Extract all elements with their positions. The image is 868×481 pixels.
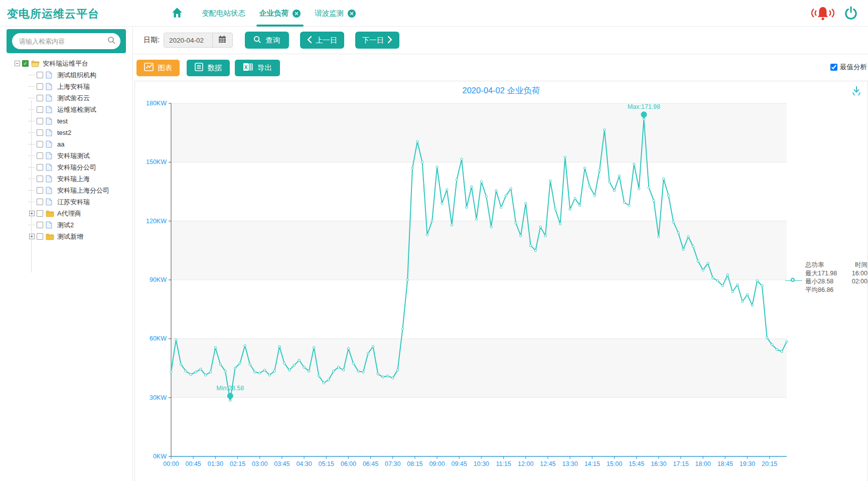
tree-node-5[interactable]: test2 [0,127,133,138]
tree-node-label[interactable]: 安科瑞上海 [57,175,90,184]
home-icon [171,6,184,21]
tree-checkbox[interactable] [37,129,43,136]
load-curve-chart[interactable]: 0KW30KW60KW90KW120KW150KW180KW00:0000:45… [135,81,867,481]
file-icon [46,94,54,102]
svg-text:03:45: 03:45 [274,460,290,467]
tab-1[interactable]: 企业负荷 [252,0,308,27]
tab-0[interactable]: 变配电站状态 [195,0,252,27]
tree-node-11[interactable]: 江苏安科瑞 [0,196,133,208]
folder-open-icon [31,60,40,67]
tree-checkbox[interactable] [37,164,43,171]
svg-text:09:00: 09:00 [429,460,445,467]
home-button[interactable] [169,5,186,22]
tree-node-label[interactable]: test [57,117,68,125]
next-day-button[interactable]: 下一日 [355,32,399,49]
tree-node-label[interactable]: 测试萤石云 [57,94,90,103]
tab-close-icon[interactable] [293,10,301,18]
file-icon [46,175,54,183]
file-icon [46,152,54,159]
svg-text:10:30: 10:30 [474,460,489,467]
tree-node-label[interactable]: 运维巡检测试 [57,105,96,114]
tree-checkbox[interactable] [37,152,43,159]
tree-node-label[interactable]: 测试2 [57,221,74,230]
data-view-button[interactable]: 数据 [187,60,230,76]
tree-node-label[interactable]: 上海安科瑞 [57,82,90,91]
date-input[interactable] [164,33,212,47]
tree-node-14[interactable]: +测试新增 [0,231,133,242]
tree-checkbox[interactable] [37,187,43,194]
tree-checkbox[interactable] [37,106,43,113]
svg-text:03:00: 03:00 [252,460,267,467]
data-list-icon [195,63,203,73]
tree-node-label[interactable]: 测试组织机构 [57,71,96,80]
file-icon [46,71,54,79]
alarm-button[interactable] [813,5,833,23]
export-label: 导出 [257,63,272,73]
prev-day-button[interactable]: 上一日 [300,32,344,49]
chart-view-button[interactable]: 图表 [136,60,180,76]
svg-text:0KW: 0KW [153,453,167,460]
tree-node-9[interactable]: 安科瑞上海 [0,173,133,185]
tree-node-8[interactable]: 安科瑞分公司 [0,162,133,173]
tree-connector [29,190,35,191]
tree-node-label[interactable]: test2 [57,129,71,136]
chart-view-label: 图表 [158,63,173,73]
tree-node-12[interactable]: +A代理商 [0,208,133,219]
tab-close-icon[interactable] [348,10,356,18]
tree-node-7[interactable]: 安科瑞测试 [0,150,133,162]
tree-checkbox[interactable] [37,222,43,228]
tree-checkbox[interactable] [37,176,43,182]
query-toolbar: 日期: 查询 上一日 下一日 [133,27,868,54]
tree-checkbox[interactable] [37,83,43,90]
svg-text:20:15: 20:15 [762,460,777,467]
tree-checkbox[interactable] [37,199,43,205]
tree-node-label[interactable]: 江苏安科瑞 [57,198,90,207]
expand-icon[interactable]: + [29,211,35,216]
svg-text:06:45: 06:45 [363,460,378,467]
query-button[interactable]: 查询 [245,32,289,49]
tree-node-label[interactable]: aa [57,140,64,148]
collapse-icon[interactable]: − [15,61,20,66]
tree-node-label[interactable]: 安科瑞上海分公司 [57,186,109,195]
tree-node-13[interactable]: 测试2 [0,219,133,231]
tree-node-10[interactable]: 安科瑞上海分公司 [0,185,133,196]
search-pill [12,33,120,49]
chevron-right-icon [388,36,392,45]
expand-icon[interactable]: + [29,234,35,239]
tree-node-1[interactable]: 上海安科瑞 [0,81,133,92]
svg-text:07:30: 07:30 [385,460,400,467]
tree-checkbox[interactable] [37,95,43,101]
prev-day-label: 上一日 [316,36,338,45]
tree-node-3[interactable]: 运维巡检测试 [0,104,133,115]
logout-button[interactable] [841,5,861,23]
tree-node-label[interactable]: 安科瑞分公司 [57,163,96,172]
tree-connector [29,132,35,133]
tree-connector [29,86,35,87]
file-icon [46,164,54,171]
tree-node-6[interactable]: aa [0,138,133,150]
tree-node-root[interactable]: −✓安科瑞运维平台 [0,58,133,69]
tree-node-2[interactable]: 测试萤石云 [0,92,133,104]
tree-checkbox[interactable] [37,118,43,124]
legend-stat-time: 16:00 [852,269,867,278]
tree-checkbox[interactable] [37,233,43,240]
search-input[interactable] [19,38,107,45]
tree-node-4[interactable]: test [0,115,133,127]
search-icon [107,36,116,47]
calendar-button[interactable] [212,33,232,48]
folder-icon [46,210,54,217]
tree-node-label[interactable]: 测试新增 [57,232,83,241]
tree-node-label[interactable]: A代理商 [57,209,81,218]
tree-node-label[interactable]: 安科瑞测试 [57,151,90,161]
tree-node-label[interactable]: 安科瑞运维平台 [43,59,88,68]
max-analysis-checkbox[interactable] [830,64,837,71]
tree-checkbox[interactable]: ✓ [22,60,29,67]
tree-checkbox[interactable] [37,72,43,78]
tree-node-0[interactable]: 测试组织机构 [0,69,133,81]
tab-2[interactable]: 谐波监测 [308,0,363,27]
main-nav: 变配电站状态企业负荷谐波监测 [169,0,363,27]
tree-checkbox[interactable] [37,141,43,147]
export-button[interactable]: X 导出 [235,60,280,76]
tree-checkbox[interactable] [37,210,43,217]
tree-connector [29,144,35,144]
